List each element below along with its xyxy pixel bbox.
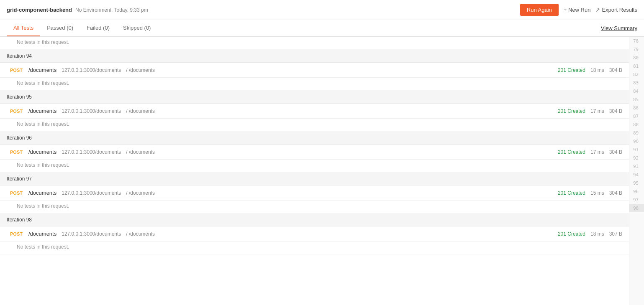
- line-number: 85: [629, 95, 644, 104]
- method-badge: POST: [10, 109, 25, 114]
- iteration-list: No tests in this request. Iteration 94 P…: [0, 37, 629, 305]
- table-row[interactable]: POST /documents 127.0.0.1:3000/documents…: [0, 63, 629, 78]
- timing: 15 ms: [590, 190, 604, 196]
- view-summary-button[interactable]: View Summary: [601, 25, 637, 31]
- export-results-button[interactable]: ↗ Export Results: [595, 7, 637, 13]
- path-short: / /documents: [126, 231, 155, 237]
- line-number: 78: [629, 37, 644, 45]
- timing: 18 ms: [590, 67, 604, 73]
- size: 304 B: [609, 108, 622, 114]
- line-number: 89: [629, 129, 644, 137]
- line-number: 94: [629, 170, 644, 179]
- timing: 17 ms: [590, 108, 604, 114]
- endpoint: /documents: [28, 67, 56, 73]
- endpoint: /documents: [28, 108, 56, 114]
- url-full: 127.0.0.1:3000/documents: [62, 190, 121, 196]
- line-number: 88: [629, 120, 644, 129]
- no-tests-msg: No tests in this request.: [0, 241, 629, 254]
- export-icon: ↗: [595, 7, 600, 13]
- status-text: 201 Created: [558, 190, 585, 196]
- env-info: No Environment, Today, 9:33 pm: [75, 7, 148, 13]
- endpoint: /documents: [28, 231, 56, 237]
- path-short: / /documents: [126, 149, 155, 155]
- iteration-94: Iteration 94 POST /documents 127.0.0.1:3…: [0, 50, 629, 91]
- line-number: 97: [629, 196, 644, 204]
- line-number: 83: [629, 79, 644, 87]
- endpoint: /documents: [28, 190, 56, 196]
- method-badge: POST: [10, 68, 25, 73]
- no-tests-msg: No tests in this request.: [0, 160, 629, 173]
- line-number: 80: [629, 53, 644, 62]
- status-text: 201 Created: [558, 231, 585, 237]
- size: 304 B: [609, 149, 622, 155]
- status-text: 201 Created: [558, 67, 585, 73]
- iteration-98: Iteration 98 POST /documents 127.0.0.1:3…: [0, 214, 629, 254]
- line-number: 96: [629, 187, 644, 196]
- line-number: 86: [629, 104, 644, 112]
- iteration-97-header: Iteration 97: [0, 173, 629, 186]
- line-number: 90: [629, 137, 644, 145]
- tabs: All Tests Passed (0) Failed (0) Skipped …: [7, 20, 157, 36]
- iteration-96-header: Iteration 96: [0, 132, 629, 145]
- path-short: / /documents: [126, 190, 155, 196]
- path-short: / /documents: [126, 108, 155, 114]
- status-text: 201 Created: [558, 149, 585, 155]
- table-row[interactable]: POST /documents 127.0.0.1:3000/documents…: [0, 104, 629, 119]
- url-full: 127.0.0.1:3000/documents: [62, 67, 121, 73]
- line-number: 82: [629, 70, 644, 79]
- table-row[interactable]: POST /documents 127.0.0.1:3000/documents…: [0, 226, 629, 241]
- table-row[interactable]: POST /documents 127.0.0.1:3000/documents…: [0, 145, 629, 160]
- line-number: 81: [629, 62, 644, 70]
- line-number: 98: [629, 204, 644, 212]
- top-header: grid-component-backend No Environment, T…: [0, 0, 644, 20]
- table-row[interactable]: POST /documents 127.0.0.1:3000/documents…: [0, 186, 629, 201]
- timing: 17 ms: [590, 149, 604, 155]
- header-left: grid-component-backend No Environment, T…: [7, 7, 148, 13]
- request-meta: 201 Created 18 ms 307 B: [558, 231, 622, 237]
- no-tests-top: No tests in this request.: [0, 37, 629, 50]
- method-badge: POST: [10, 231, 25, 236]
- request-meta: 201 Created 17 ms 304 B: [558, 149, 622, 155]
- iteration-94-header: Iteration 94: [0, 50, 629, 63]
- app-name: grid-component-backend: [7, 7, 72, 13]
- export-label: Export Results: [602, 7, 637, 13]
- line-number: 84: [629, 87, 644, 95]
- size: 304 B: [609, 190, 622, 196]
- no-tests-msg: No tests in this request.: [0, 201, 629, 214]
- tabs-bar: All Tests Passed (0) Failed (0) Skipped …: [0, 20, 644, 37]
- tab-skipped[interactable]: Skipped (0): [116, 20, 157, 36]
- iteration-98-header: Iteration 98: [0, 214, 629, 226]
- line-number: 93: [629, 162, 644, 170]
- new-run-button[interactable]: + New Run: [564, 7, 591, 13]
- tab-failed[interactable]: Failed (0): [80, 20, 116, 36]
- request-meta: 201 Created 15 ms 304 B: [558, 190, 622, 196]
- size: 307 B: [609, 231, 622, 237]
- method-badge: POST: [10, 191, 25, 196]
- url-full: 127.0.0.1:3000/documents: [62, 108, 121, 114]
- status-text: 201 Created: [558, 108, 585, 114]
- tab-passed[interactable]: Passed (0): [40, 20, 80, 36]
- header-right: Run Again + New Run ↗ Export Results: [520, 4, 637, 16]
- line-number: 91: [629, 145, 644, 154]
- line-number: 79: [629, 45, 644, 53]
- iteration-96: Iteration 96 POST /documents 127.0.0.1:3…: [0, 132, 629, 173]
- line-number: 92: [629, 154, 644, 162]
- timing: 18 ms: [590, 231, 604, 237]
- iteration-95: Iteration 95 POST /documents 127.0.0.1:3…: [0, 91, 629, 132]
- size: 304 B: [609, 67, 622, 73]
- request-meta: 201 Created 18 ms 304 B: [558, 67, 622, 73]
- line-number: 95: [629, 179, 644, 187]
- path-short: / /documents: [126, 67, 155, 73]
- run-again-button[interactable]: Run Again: [520, 4, 559, 16]
- iteration-97: Iteration 97 POST /documents 127.0.0.1:3…: [0, 173, 629, 214]
- endpoint: /documents: [28, 149, 56, 155]
- url-full: 127.0.0.1:3000/documents: [62, 231, 121, 237]
- sidebar-line-numbers: 7879808182838485868788899091929394959697…: [629, 37, 644, 305]
- no-tests-msg: No tests in this request.: [0, 119, 629, 132]
- method-badge: POST: [10, 150, 25, 155]
- line-number: 87: [629, 112, 644, 120]
- tab-all-tests[interactable]: All Tests: [7, 20, 40, 36]
- url-full: 127.0.0.1:3000/documents: [62, 149, 121, 155]
- no-tests-msg: No tests in this request.: [0, 78, 629, 91]
- main-content: No tests in this request. Iteration 94 P…: [0, 37, 644, 305]
